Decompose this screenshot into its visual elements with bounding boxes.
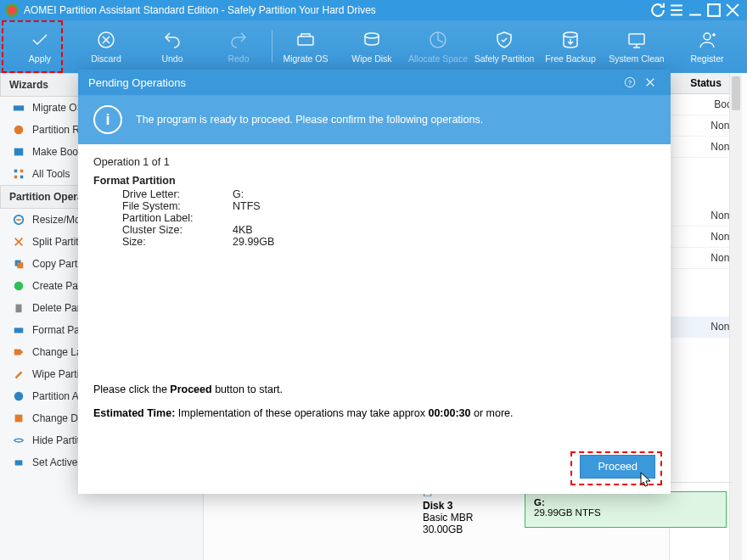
copy-icon [12,257,25,271]
label-icon [12,345,25,359]
menu-icon[interactable] [667,3,686,18]
svg-rect-11 [14,170,18,173]
close-button[interactable] [723,3,742,18]
resize-icon [12,213,25,227]
format-icon [12,323,25,337]
svg-rect-2 [298,36,313,45]
window-title: AOMEI Partition Assistant Standard Editi… [24,4,649,16]
migrate-os-button[interactable]: Migrate OS [272,30,339,64]
safely-partition-button[interactable]: Safely Partition [471,30,537,64]
letter-icon [12,412,25,425]
undo-button[interactable]: Undo [139,30,205,64]
svg-point-21 [14,392,24,401]
svg-point-9 [14,126,24,135]
disk-icon [12,101,25,115]
banner-text: The program is ready to proceed. Please … [136,114,483,126]
apply-button[interactable]: Apply [7,30,73,64]
svg-point-5 [564,32,577,37]
delete-icon [12,301,25,315]
close-icon[interactable] [640,74,660,91]
hide-icon [12,434,25,447]
toolbar: Apply Discard Undo Redo Migrate OS Wipe … [0,20,747,73]
svg-point-18 [14,282,24,291]
align-icon [12,389,25,403]
proceed-hint: Please click the Proceed button to start… [93,384,655,395]
allocate-space-button[interactable]: Allocate Space [405,30,471,64]
discard-button[interactable]: Discard [73,30,139,64]
operation-details: Drive Letter:G: File System:NTFS Partiti… [93,188,655,248]
app-logo-icon [5,3,19,17]
operation-count: Operation 1 of 1 [93,156,655,168]
svg-rect-14 [20,176,24,179]
svg-text:?: ? [628,79,632,87]
svg-rect-10 [14,148,24,156]
svg-rect-12 [20,170,24,173]
dialog-banner: i The program is ready to proceed. Pleas… [78,95,671,144]
pending-operations-dialog: Pending Operations ? i The program is re… [78,70,671,494]
svg-rect-0 [708,4,720,16]
free-backup-button[interactable]: Free Backup [537,30,604,64]
svg-rect-19 [16,305,22,313]
maximize-button[interactable] [705,3,723,18]
split-icon [12,235,25,249]
wipe-disk-button[interactable]: Wipe Disk [339,30,405,64]
dialog-title: Pending Operations [88,76,186,89]
svg-point-7 [704,33,710,40]
svg-rect-8 [14,105,24,110]
svg-rect-23 [15,460,23,465]
create-icon [12,279,25,293]
operation-name: Format Partition [93,175,655,187]
dialog-footer: Please click the Proceed button to start… [78,373,671,494]
svg-rect-20 [14,328,24,333]
wipe-icon [12,367,25,381]
system-clean-button[interactable]: System Clean [604,30,670,64]
partition-icon [12,123,25,137]
minimize-button[interactable] [686,3,705,18]
svg-rect-22 [15,415,23,423]
svg-rect-17 [17,262,23,268]
refresh-icon[interactable] [649,3,667,18]
dialog-body: Operation 1 of 1 Format Partition Drive … [78,144,671,373]
title-bar: AOMEI Partition Assistant Standard Editi… [0,0,747,20]
svg-rect-6 [629,34,644,44]
estimated-time: Estimated Time: Implementation of these … [93,407,655,419]
active-icon [12,456,25,469]
proceed-button[interactable]: Proceed [580,455,655,479]
redo-button[interactable]: Redo [205,30,272,64]
svg-rect-13 [14,176,18,179]
register-button[interactable]: Register [674,30,740,64]
help-icon[interactable]: ? [620,74,640,91]
media-icon [12,145,25,159]
dialog-titlebar: Pending Operations ? [78,70,671,95]
grid-icon [12,167,25,181]
info-icon: i [93,105,122,134]
partition-bar[interactable]: G: 29.99GB NTFS [525,491,727,528]
svg-point-3 [365,33,379,38]
